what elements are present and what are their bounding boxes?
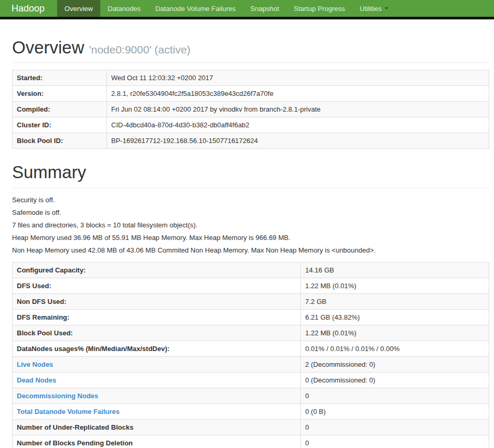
row-label: Compiled: xyxy=(13,102,107,117)
row-value: 14.16 GB xyxy=(301,262,489,278)
summary-paragraphs: Security is off. Safemode is off. 7 file… xyxy=(12,195,489,255)
overview-table: Started: Wed Oct 11 12:03:32 +0200 2017 … xyxy=(12,70,489,149)
summary-title: Summary xyxy=(12,163,489,182)
row-label: Number of Blocks Pending Deletion xyxy=(13,435,301,448)
table-row: Block Pool Used: 1.22 MB (0.01%) xyxy=(13,325,489,341)
table-row: Number of Under-Replicated Blocks 0 xyxy=(13,419,489,435)
row-label: Total Datanode Volume Failures xyxy=(13,403,301,419)
table-row: Number of Blocks Pending Deletion 0 xyxy=(13,435,489,448)
table-row: Total Datanode Volume Failures 0 (0 B) xyxy=(13,403,489,419)
table-row: Dead Nodes 0 (Decommissioned: 0) xyxy=(13,372,489,388)
table-row: Compiled: Fri Jun 02 08:14:00 +0200 2017… xyxy=(13,102,489,117)
navbar-items: Overview Datanodes Datanode Volume Failu… xyxy=(57,0,396,17)
filesystem-objects-text: 7 files and directories, 3 blocks = 10 t… xyxy=(12,221,489,230)
row-label: Cluster ID: xyxy=(13,117,107,133)
summary-title-block: Summary xyxy=(12,163,489,188)
row-label: Decommissioning Nodes xyxy=(13,388,301,403)
row-label: Block Pool Used: xyxy=(13,325,301,341)
row-value: 2.8.1, r20fe5304904fc2f5a18053c389e43cd2… xyxy=(107,86,489,102)
nav-item-overview[interactable]: Overview xyxy=(57,0,100,17)
nav-item-datanode-volume-failures[interactable]: Datanode Volume Failures xyxy=(148,0,243,17)
row-value: 0 (Decommissioned: 0) xyxy=(301,372,489,388)
row-value: 0 xyxy=(301,435,489,448)
row-label: Version: xyxy=(13,86,107,102)
row-value: 0 xyxy=(301,419,489,435)
row-value: BP-1692617712-192.168.56.10-150771617262… xyxy=(107,133,489,149)
row-label: Started: xyxy=(13,70,107,86)
page-content: Overview 'node0:9000' (active) Started: … xyxy=(0,38,494,448)
nav-item-datanodes[interactable]: Datanodes xyxy=(100,0,148,17)
summary-table: Configured Capacity: 14.16 GB DFS Used: … xyxy=(12,262,489,448)
row-value: Fri Jun 02 08:14:00 +0200 2017 by vinodk… xyxy=(107,102,489,117)
caret-down-icon xyxy=(384,7,389,9)
page-title: Overview 'node0:9000' (active) xyxy=(12,38,489,57)
table-row: Configured Capacity: 14.16 GB xyxy=(13,262,489,278)
row-value: 7.2 GB xyxy=(301,293,489,309)
table-row: Non DFS Used: 7.2 GB xyxy=(13,293,489,309)
total-datanode-volume-failures-link[interactable]: Total Datanode Volume Failures xyxy=(17,408,120,416)
page-title-block: Overview 'node0:9000' (active) xyxy=(12,38,489,63)
nav-item-startup-progress[interactable]: Startup Progress xyxy=(286,0,352,17)
hadoop-brand-link[interactable]: Hadoop xyxy=(0,0,57,17)
row-label: DFS Remaining: xyxy=(13,309,301,325)
non-heap-memory-text: Non Heap Memory used 42.08 MB of 43.06 M… xyxy=(12,246,489,255)
row-value: 1.22 MB (0.01%) xyxy=(301,325,489,341)
row-value: 0 xyxy=(301,388,489,403)
security-status-text: Security is off. xyxy=(12,195,489,205)
table-row: Live Nodes 2 (Decommissioned: 0) xyxy=(13,356,489,372)
row-value: Wed Oct 11 12:03:32 +0200 2017 xyxy=(107,70,489,86)
row-label: Number of Under-Replicated Blocks xyxy=(13,419,301,435)
table-row: DFS Remaining: 6.21 GB (43.82%) xyxy=(13,309,489,325)
row-label: Block Pool ID: xyxy=(13,133,107,149)
row-label: Dead Nodes xyxy=(13,372,301,388)
nav-item-utilities-label: Utilities xyxy=(360,5,382,13)
table-row: Block Pool ID: BP-1692617712-192.168.56.… xyxy=(13,133,489,149)
row-value: 1.22 MB (0.01%) xyxy=(301,278,489,293)
row-value: 6.21 GB (43.82%) xyxy=(301,309,489,325)
table-row: Started: Wed Oct 11 12:03:32 +0200 2017 xyxy=(13,70,489,86)
divider xyxy=(12,62,489,63)
table-row: Version: 2.8.1, r20fe5304904fc2f5a18053c… xyxy=(13,86,489,102)
table-row: Decommissioning Nodes 0 xyxy=(13,388,489,403)
live-nodes-link[interactable]: Live Nodes xyxy=(17,360,53,368)
row-label: Live Nodes xyxy=(13,356,301,372)
nav-item-snapshot[interactable]: Snapshot xyxy=(243,0,286,17)
safemode-status-text: Safemode is off. xyxy=(12,208,489,217)
row-label: Configured Capacity: xyxy=(13,262,301,278)
row-value: 0.01% / 0.01% / 0.01% / 0.00% xyxy=(301,341,489,356)
page-subtitle: 'node0:9000' (active) xyxy=(89,43,191,56)
row-label: DFS Used: xyxy=(13,278,301,293)
divider xyxy=(12,188,489,188)
navbar: Hadoop Overview Datanodes Datanode Volum… xyxy=(0,0,494,19)
row-label: DataNodes usages% (Min/Median/Max/stdDev… xyxy=(13,341,301,356)
page-title-text: Overview xyxy=(12,38,84,57)
row-value: 2 (Decommissioned: 0) xyxy=(301,356,489,372)
decommissioning-nodes-link[interactable]: Decommissioning Nodes xyxy=(17,392,98,400)
dead-nodes-link[interactable]: Dead Nodes xyxy=(17,376,56,384)
row-label: Non DFS Used: xyxy=(13,293,301,309)
row-value: CID-4dbcd40a-870d-4d30-b382-db0aff4f6ab2 xyxy=(107,117,489,133)
table-row: DFS Used: 1.22 MB (0.01%) xyxy=(13,278,489,293)
nav-item-utilities[interactable]: Utilities xyxy=(352,0,396,17)
table-row: Cluster ID: CID-4dbcd40a-870d-4d30-b382-… xyxy=(13,117,489,133)
table-row: DataNodes usages% (Min/Median/Max/stdDev… xyxy=(13,341,489,356)
heap-memory-text: Heap Memory used 36.96 MB of 55.91 MB He… xyxy=(12,233,489,243)
row-value: 0 (0 B) xyxy=(301,403,489,419)
